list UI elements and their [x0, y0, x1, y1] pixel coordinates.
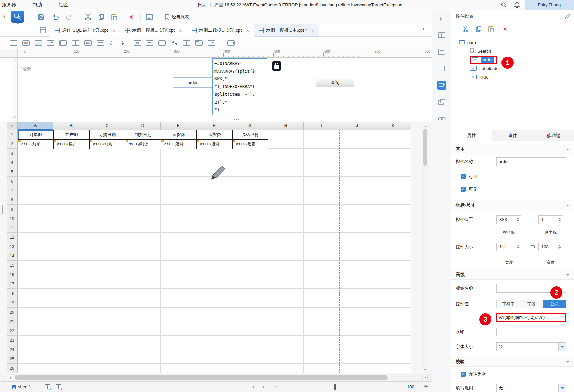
- grid-cell-C11[interactable]: [89, 223, 125, 233]
- grid-cell-K24[interactable]: [375, 345, 411, 354]
- grid-cell-F16[interactable]: [196, 270, 232, 279]
- scroll-up-icon[interactable]: [423, 123, 427, 128]
- grid-cell-K2[interactable]: [375, 139, 411, 149]
- section-advanced[interactable]: 高级: [451, 270, 574, 280]
- grid-cell-E23[interactable]: [161, 336, 196, 345]
- grid-cell-D15[interactable]: [125, 261, 161, 270]
- grid-cell-I22[interactable]: [304, 326, 339, 336]
- grid-cell-K4[interactable]: [375, 158, 411, 167]
- tree-item-kkk[interactable]: txKKK: [451, 73, 574, 81]
- grid-cell-A23[interactable]: [18, 336, 53, 345]
- report-tab-1[interactable]: 通过 SQL 语句实现.cpt×: [50, 24, 120, 37]
- grid-cell-K23[interactable]: [375, 336, 411, 345]
- tab-close-icon[interactable]: ×: [311, 28, 314, 33]
- panel-tab-mobile[interactable]: 移动端: [533, 130, 574, 141]
- tab-layout-widget-icon[interactable]: [195, 39, 203, 47]
- treecombo-widget-icon[interactable]: [170, 39, 179, 47]
- grid-cell-A16[interactable]: [18, 270, 53, 279]
- grid-cell-K8[interactable]: [375, 195, 411, 205]
- grid-cell-A11[interactable]: [18, 223, 53, 233]
- grid-cell-H15[interactable]: [268, 261, 304, 270]
- grid-cell-E14[interactable]: [161, 251, 196, 261]
- sheet-prev-icon[interactable]: [251, 385, 254, 389]
- tab-close-icon[interactable]: ×: [179, 28, 182, 33]
- chevron-down-icon[interactable]: [558, 343, 566, 351]
- widget-name-input[interactable]: order: [496, 157, 566, 166]
- row-header-26[interactable]: 26: [7, 364, 18, 373]
- grid-cell-A15[interactable]: [18, 261, 53, 270]
- grid-cell-B23[interactable]: [53, 336, 89, 345]
- grid-cell-D25[interactable]: [125, 354, 161, 364]
- grid-cell-F18[interactable]: [196, 289, 232, 298]
- grid-cell-A26[interactable]: [18, 364, 53, 373]
- value-type-formula[interactable]: 公式: [543, 300, 566, 308]
- grid-cell-D8[interactable]: [125, 195, 161, 205]
- grid-cell-F11[interactable]: [196, 223, 232, 233]
- save-button[interactable]: [37, 13, 45, 21]
- collapse-left-icon[interactable]: [2, 15, 5, 18]
- grid-cell-E4[interactable]: [161, 158, 196, 167]
- grid-cell-K5[interactable]: [375, 167, 411, 177]
- combocheck-widget-icon[interactable]: [207, 39, 216, 47]
- cut-button[interactable]: [461, 25, 469, 33]
- column-header-A[interactable]: A: [18, 122, 53, 130]
- chevron-down-icon[interactable]: [558, 384, 566, 392]
- horizontal-scroll-thumb[interactable]: [15, 375, 388, 380]
- grid-cell-C16[interactable]: [89, 270, 125, 279]
- grid-cell-D24[interactable]: [125, 345, 161, 354]
- grid-cell-H14[interactable]: [268, 251, 304, 261]
- grid-cell-H7[interactable]: [268, 186, 304, 195]
- grid-cell-I19[interactable]: [304, 298, 339, 308]
- column-header-G[interactable]: G: [232, 122, 268, 130]
- grid-cell-B17[interactable]: [53, 279, 89, 289]
- checkboxgroup-widget-icon[interactable]: [121, 39, 129, 47]
- row-header-23[interactable]: 23: [7, 336, 18, 345]
- grid-cell-A24[interactable]: [18, 345, 53, 354]
- grid-cell-G7[interactable]: [232, 186, 268, 195]
- grid-cell-I25[interactable]: [304, 354, 339, 364]
- grid-cell-I9[interactable]: [304, 205, 339, 214]
- grid-cell-A20[interactable]: [18, 308, 53, 317]
- checkbox-widget-icon[interactable]: [158, 39, 166, 47]
- grid-cell-D6[interactable]: [125, 177, 161, 186]
- grid-cell-F26[interactable]: [196, 364, 232, 373]
- grid-cell-J6[interactable]: [339, 177, 375, 186]
- cell-D1[interactable]: 到货日期: [125, 130, 161, 139]
- grid-cell-D14[interactable]: [125, 251, 161, 261]
- grid-cell-G8[interactable]: [232, 195, 268, 205]
- grid-cell-B19[interactable]: [53, 298, 89, 308]
- checkbox-checked-icon[interactable]: ✓: [461, 187, 466, 192]
- column-header-B[interactable]: B: [53, 122, 89, 130]
- grid-cell-J24[interactable]: [339, 345, 375, 354]
- cell-F2[interactable]: ds1.G(运货: [196, 139, 232, 149]
- grid-cell-H12[interactable]: [268, 233, 304, 242]
- grid-cell-B10[interactable]: [53, 214, 89, 223]
- cell-attribute-icon[interactable]: [437, 64, 446, 73]
- row-header-22[interactable]: 22: [7, 326, 18, 336]
- grid-cell-K19[interactable]: [375, 298, 411, 308]
- grid-cell-J13[interactable]: [339, 242, 375, 251]
- grid-cell-B14[interactable]: [53, 251, 89, 261]
- grid-cell-E24[interactable]: [161, 345, 196, 354]
- copy-button[interactable]: [97, 13, 106, 21]
- watermark-input[interactable]: [496, 328, 566, 336]
- row-header-5[interactable]: 5: [7, 167, 18, 177]
- grid-cell-I17[interactable]: [304, 279, 339, 289]
- grid-cell-B15[interactable]: [53, 261, 89, 270]
- grid-cell-D26[interactable]: [125, 364, 161, 373]
- grid-cell-F21[interactable]: [196, 317, 232, 326]
- grid-cell-G22[interactable]: [232, 326, 268, 336]
- delete-button[interactable]: ×: [501, 25, 509, 33]
- horizontal-scrollbar[interactable]: [0, 374, 432, 381]
- checkbox-checked-icon[interactable]: ✓: [461, 372, 466, 377]
- grid-cell-B21[interactable]: [53, 317, 89, 326]
- grid-cell-A22[interactable]: [18, 326, 53, 336]
- grid-cell-E8[interactable]: [161, 195, 196, 205]
- grid-cell-G3[interactable]: [232, 149, 268, 158]
- grid-cell-G18[interactable]: [232, 289, 268, 298]
- grid-cell-D13[interactable]: [125, 242, 161, 251]
- row-header-13[interactable]: 13: [7, 242, 18, 251]
- radiogroup-widget-icon[interactable]: [108, 39, 117, 47]
- paste-button[interactable]: [110, 13, 118, 21]
- font-size-select[interactable]: 12: [496, 342, 566, 351]
